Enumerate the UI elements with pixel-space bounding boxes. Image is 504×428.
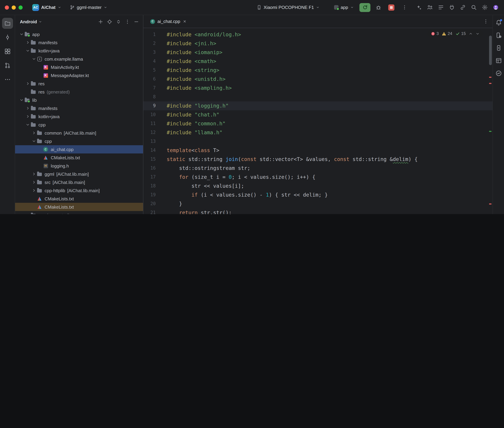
minus-button[interactable] xyxy=(132,17,140,26)
chevron-right-icon[interactable] xyxy=(25,41,31,45)
tree-row-res[interactable]: res(generated) xyxy=(15,211,143,214)
plus-button[interactable] xyxy=(96,17,105,26)
error-stripe-mark[interactable] xyxy=(489,83,491,84)
tool-window-button-device-manager[interactable] xyxy=(494,31,503,40)
code-line-16[interactable]: 16 std::ostringstream str; xyxy=(143,164,493,173)
tool-window-button-notifications[interactable] xyxy=(494,18,503,27)
tool-window-button-app-insights[interactable] xyxy=(494,68,503,78)
tool-window-button-commit[interactable] xyxy=(2,32,13,43)
minimize-window-button[interactable] xyxy=(12,5,16,9)
tree-row-ggml[interactable]: ggml[AiChat.lib.main] xyxy=(15,170,143,178)
tree-row-cmakelists-txt[interactable]: CMakeLists.txt xyxy=(15,153,143,162)
zoom-window-button[interactable] xyxy=(18,5,23,9)
code-line-8[interactable]: 8 xyxy=(143,92,493,101)
expand-all-button[interactable] xyxy=(114,17,122,26)
chevron-right-icon[interactable] xyxy=(25,115,31,118)
project-view-selector[interactable]: Android xyxy=(20,19,37,24)
code-line-17[interactable]: 17 for (size_t i = 0; i < values.size();… xyxy=(143,173,493,181)
code-line-11[interactable]: 11#include "common.h" xyxy=(143,119,493,128)
more-actions-button[interactable] xyxy=(399,3,410,12)
error-stripe-mark[interactable] xyxy=(489,204,491,205)
code-line-19[interactable]: 19 if (i < values.size() - 1) { str << d… xyxy=(143,190,493,199)
tree-row-cmakelists-txt[interactable]: CMakeLists.txt xyxy=(15,203,143,211)
code-line-15[interactable]: 15static std::string join(const std::vec… xyxy=(143,155,493,164)
code-line-9[interactable]: 9#include "logging.h" xyxy=(143,101,493,110)
editor-tab-ai-chat-cpp[interactable]: C ai_chat.cpp xyxy=(147,15,190,28)
project-widget[interactable]: AC AiChat xyxy=(29,3,64,12)
code-line-4[interactable]: 4#include <cmath> xyxy=(143,57,493,66)
settings-button[interactable] xyxy=(479,3,490,12)
error-stripe-mark[interactable] xyxy=(489,131,491,132)
code-line-12[interactable]: 12#include "llama.h" xyxy=(143,128,493,137)
code-line-3[interactable]: 3#include <iomanip> xyxy=(143,48,493,57)
tree-row-cpp[interactable]: cpp xyxy=(15,121,143,129)
tool-window-button-pull-requests[interactable] xyxy=(2,60,13,71)
tool-window-button-resource-manager[interactable] xyxy=(2,46,13,57)
chevron-right-icon[interactable] xyxy=(31,180,37,184)
inspections-widget[interactable]: 3 24 15 xyxy=(427,30,483,37)
tree-row-src[interactable]: src[AiChat.lib.main] xyxy=(15,178,143,186)
next-problem-icon[interactable] xyxy=(476,32,479,35)
chevron-right-icon[interactable] xyxy=(31,188,37,192)
code-line-14[interactable]: 14template<class T> xyxy=(143,146,493,155)
scrollbar-thumb[interactable] xyxy=(489,36,492,65)
code-line-6[interactable]: 6#include <unistd.h> xyxy=(143,75,493,83)
tree-row-messageadapter-kt[interactable]: KMessageAdapter.kt xyxy=(15,71,143,80)
code-editor[interactable]: 1#include <android/log.h>2#include <jni.… xyxy=(143,28,493,214)
profile-button[interactable] xyxy=(490,3,501,12)
tree-row-cpp-httplib[interactable]: cpp-httplib[AiChat.lib.main] xyxy=(15,186,143,195)
tool-window-button-more-tools[interactable] xyxy=(2,74,13,85)
chevron-down-icon[interactable] xyxy=(25,123,31,127)
chevron-right-icon[interactable] xyxy=(31,172,37,176)
tree-row-lib[interactable]: lib xyxy=(15,96,143,104)
chevron-down-icon[interactable] xyxy=(25,49,31,53)
branch-widget[interactable]: ggml-master xyxy=(67,3,110,11)
tree-row-common[interactable]: common[AiChat.lib.main] xyxy=(15,129,143,137)
code-line-2[interactable]: 2#include <jni.h> xyxy=(143,39,493,48)
tool-window-button-running-devices[interactable] xyxy=(494,43,503,53)
tree-row-manifests[interactable]: manifests xyxy=(15,38,143,47)
tree-row-mainactivity-kt[interactable]: KMainActivity.kt xyxy=(15,63,143,71)
tree-row-cpp[interactable]: cpp xyxy=(15,137,143,145)
code-line-20[interactable]: 20 } xyxy=(143,199,493,208)
tree-row-ai-chat-cpp[interactable]: Cai_chat.cpp xyxy=(15,145,143,153)
link-button[interactable] xyxy=(458,3,468,12)
code-line-5[interactable]: 5#include <string> xyxy=(143,66,493,75)
ai-assistant-button[interactable] xyxy=(414,3,424,12)
code-line-7[interactable]: 7#include <sampling.h> xyxy=(143,83,493,92)
tree-row-res[interactable]: res xyxy=(15,80,143,88)
kebab-button[interactable] xyxy=(123,17,131,26)
plugins-button[interactable] xyxy=(446,3,457,12)
tool-window-button-layout-inspector[interactable] xyxy=(494,56,503,66)
debug-button[interactable] xyxy=(373,3,384,12)
run-button[interactable] xyxy=(359,3,370,12)
tree-row-manifests[interactable]: manifests xyxy=(15,104,143,112)
tree-row-logging-h[interactable]: Hlogging.h xyxy=(15,162,143,170)
code-line-10[interactable]: 10#include "chat.h" xyxy=(143,110,493,119)
tool-window-button-project[interactable] xyxy=(2,18,13,29)
code-with-me-button[interactable] xyxy=(425,3,435,12)
stop-button[interactable] xyxy=(386,3,396,12)
tree-row-app[interactable]: app xyxy=(15,30,143,38)
chevron-down-icon[interactable] xyxy=(31,57,37,61)
editor-options-button[interactable] xyxy=(482,17,490,25)
tree-row-kotlin-java[interactable]: kotlin+java xyxy=(15,112,143,121)
device-selector[interactable]: Xiaomi POCOPHONE F1 xyxy=(254,3,322,11)
chevron-down-icon[interactable] xyxy=(18,32,24,36)
error-stripe-mark[interactable] xyxy=(489,77,491,78)
run-config-selector[interactable]: app xyxy=(332,3,357,11)
code-line-18[interactable]: 18 str << values[i]; xyxy=(143,181,493,190)
code-line-21[interactable]: 21 return str.str(); xyxy=(143,208,493,214)
tree-row-cmakelists-txt[interactable]: CMakeLists.txt xyxy=(15,195,143,203)
editor-scrollbar[interactable] xyxy=(488,28,493,214)
close-tab-icon[interactable] xyxy=(183,19,186,23)
locate-button[interactable] xyxy=(105,17,113,26)
chevron-right-icon[interactable] xyxy=(31,131,37,135)
tree-row-res[interactable]: res(generated) xyxy=(15,88,143,96)
search-button[interactable] xyxy=(469,3,479,12)
previous-problem-icon[interactable] xyxy=(469,32,473,35)
chevron-down-icon[interactable] xyxy=(31,139,37,143)
code-line-13[interactable]: 13 xyxy=(143,137,493,146)
structure-button[interactable] xyxy=(436,3,446,12)
chevron-right-icon[interactable] xyxy=(25,106,31,110)
